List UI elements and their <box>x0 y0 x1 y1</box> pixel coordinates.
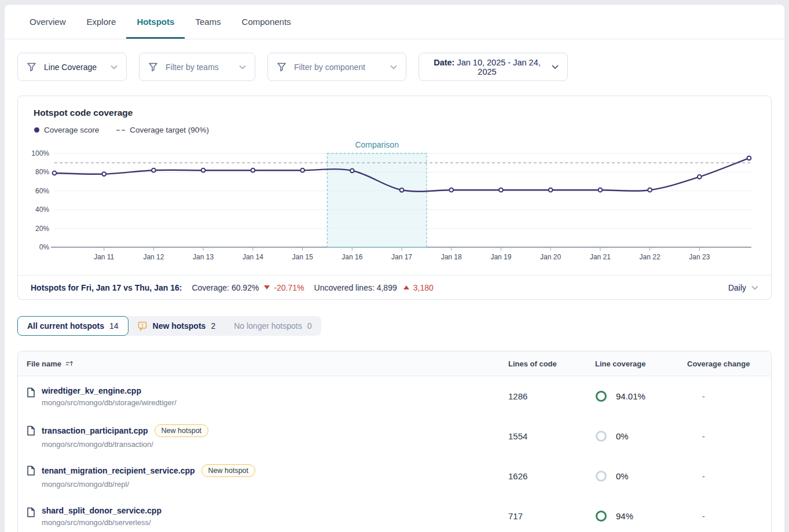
svg-text:Jan 12: Jan 12 <box>143 253 164 261</box>
table-row[interactable]: tenant_migration_recipient_service.cpp N… <box>18 456 771 496</box>
column-coverage-change[interactable]: Coverage change <box>687 359 771 368</box>
new-hotspot-badge: New hotspot <box>201 464 255 477</box>
svg-text:Comparison: Comparison <box>355 140 398 149</box>
tab-new-hotspots[interactable]: New hotspots 2 <box>129 316 225 336</box>
lines-of-code-value: 717 <box>508 511 595 521</box>
chevron-down-icon <box>751 285 758 290</box>
sort-ascending-icon <box>65 360 74 367</box>
file-name[interactable]: transaction_participant.cpp <box>42 426 148 435</box>
svg-text:100%: 100% <box>31 149 49 157</box>
granularity-dropdown[interactable]: Daily <box>728 283 758 292</box>
chart-summary-bar: Hotspots for Fri, Jan 17 vs Thu, Jan 16:… <box>18 275 771 299</box>
new-hotspot-badge: New hotspot <box>155 424 208 437</box>
hotspots-table-card: File name Lines of code Line coverage Co… <box>17 351 772 532</box>
svg-text:Jan 16: Jan 16 <box>342 253 362 261</box>
file-name[interactable]: shard_split_donor_service.cpp <box>42 506 162 515</box>
teams-filter-label: Filter by teams <box>166 63 219 72</box>
chevron-down-icon <box>390 65 397 69</box>
file-path: mongo/src/mongo/db/repl/ <box>42 480 255 489</box>
main-panel: Overview Explore Hotspots Teams Componen… <box>5 5 784 532</box>
coverage-ring-icon <box>595 470 607 482</box>
table-row[interactable]: wiredtiger_kv_engine.cpp mongo/src/mongo… <box>18 376 771 416</box>
svg-text:Jan 15: Jan 15 <box>292 253 313 261</box>
funnel-icon <box>27 62 36 72</box>
summary-uncovered-delta: 3,180 <box>413 283 434 292</box>
coverage-change-value: - <box>687 392 771 401</box>
file-cell: tenant_migration_recipient_service.cpp N… <box>27 464 508 489</box>
coverage-ring-icon <box>595 430 607 442</box>
file-name[interactable]: tenant_migration_recipient_service.cpp <box>42 466 195 475</box>
svg-text:20%: 20% <box>35 225 49 233</box>
coverage-change-value: - <box>687 512 771 521</box>
hotspot-tabs: All current hotspots 14 New hotspots 2 N… <box>17 316 321 336</box>
decrease-arrow-icon <box>264 285 270 289</box>
tab-explore-label: Explore <box>87 17 116 27</box>
svg-text:Jan 20: Jan 20 <box>540 253 561 261</box>
lines-of-code-value: 1554 <box>508 431 595 441</box>
file-cell: wiredtiger_kv_engine.cpp mongo/src/mongo… <box>27 386 508 407</box>
increase-arrow-icon <box>403 285 409 289</box>
legend-score-label: Coverage score <box>44 126 99 134</box>
funnel-icon <box>277 62 287 72</box>
component-filter-label: Filter by component <box>294 63 365 72</box>
column-file-name[interactable]: File name <box>27 359 508 368</box>
teams-filter-dropdown[interactable]: Filter by teams <box>139 53 255 81</box>
tab-teams[interactable]: Teams <box>185 5 231 39</box>
svg-text:80%: 80% <box>35 168 49 176</box>
all-current-hotspots-label: All current hotspots <box>27 321 104 331</box>
summary-title: Hotspots for Fri, Jan 17 vs Thu, Jan 16: <box>31 283 182 292</box>
metric-filter-label: Line Coverage <box>44 63 97 72</box>
file-cell: transaction_participant.cpp New hotspot … <box>27 424 508 449</box>
coverage-value: 0% <box>616 471 629 481</box>
svg-text:Jan 14: Jan 14 <box>243 253 263 261</box>
chevron-down-icon <box>552 64 559 69</box>
tab-components[interactable]: Components <box>232 5 302 39</box>
line-coverage-cell: 94% <box>595 510 687 522</box>
lines-of-code-value: 1626 <box>508 471 595 481</box>
filter-bar: Line Coverage Filter by teams Filter by … <box>17 53 772 81</box>
date-range-text: Date: Jan 10, 2025 - Jan 24, 2025 <box>428 58 546 76</box>
component-filter-dropdown[interactable]: Filter by component <box>267 53 406 81</box>
svg-text:0%: 0% <box>39 243 50 251</box>
file-path: mongo/src/mongo/db/serverless/ <box>42 518 162 527</box>
funnel-icon <box>148 62 158 72</box>
file-cell: shard_split_donor_service.cpp mongo/src/… <box>27 506 508 527</box>
no-longer-hotspots-label: No longer hotspots <box>234 321 302 331</box>
svg-text:Jan 17: Jan 17 <box>391 253 412 261</box>
svg-text:Jan 18: Jan 18 <box>441 253 462 261</box>
tab-hotspots[interactable]: Hotspots <box>126 5 185 39</box>
date-label: Date: <box>434 58 454 67</box>
tab-all-current-hotspots[interactable]: All current hotspots 14 <box>17 316 129 336</box>
new-hotspots-count: 2 <box>211 321 215 331</box>
svg-text:60%: 60% <box>35 187 49 195</box>
column-lines-of-code[interactable]: Lines of code <box>508 359 595 368</box>
svg-text:Jan 21: Jan 21 <box>590 253 611 261</box>
svg-text:Jan 19: Jan 19 <box>490 253 511 261</box>
top-nav: Overview Explore Hotspots Teams Componen… <box>5 5 784 39</box>
legend-dash-icon <box>116 130 125 131</box>
line-coverage-cell: 0% <box>595 470 687 482</box>
chevron-down-icon <box>239 65 246 69</box>
file-icon <box>27 465 35 476</box>
svg-text:Jan 13: Jan 13 <box>193 253 214 261</box>
file-icon <box>27 425 35 436</box>
tab-no-longer-hotspots[interactable]: No longer hotspots 0 <box>225 316 321 336</box>
chevron-down-icon <box>111 65 118 69</box>
file-path: mongo/src/mongo/db/transaction/ <box>42 440 208 449</box>
file-icon <box>27 507 35 518</box>
date-range-dropdown[interactable]: Date: Jan 10, 2025 - Jan 24, 2025 <box>419 53 568 81</box>
svg-text:Jan 23: Jan 23 <box>689 253 710 261</box>
metric-filter-dropdown[interactable]: Line Coverage <box>17 53 127 81</box>
date-value: Jan 10, 2025 - Jan 24, 2025 <box>457 58 540 76</box>
no-longer-hotspots-count: 0 <box>307 321 312 331</box>
file-icon <box>27 387 35 398</box>
svg-text:Jan 11: Jan 11 <box>94 253 114 261</box>
column-line-coverage[interactable]: Line coverage <box>595 359 687 368</box>
tab-overview[interactable]: Overview <box>19 5 76 39</box>
tab-overview-label: Overview <box>30 17 66 27</box>
coverage-chart[interactable]: 0%20%40%60%80%100%ComparisonJan 11Jan 12… <box>30 142 759 265</box>
tab-explore[interactable]: Explore <box>76 5 127 39</box>
file-name[interactable]: wiredtiger_kv_engine.cpp <box>42 386 141 395</box>
table-row[interactable]: shard_split_donor_service.cpp mongo/src/… <box>18 496 771 532</box>
table-row[interactable]: transaction_participant.cpp New hotspot … <box>18 416 771 456</box>
